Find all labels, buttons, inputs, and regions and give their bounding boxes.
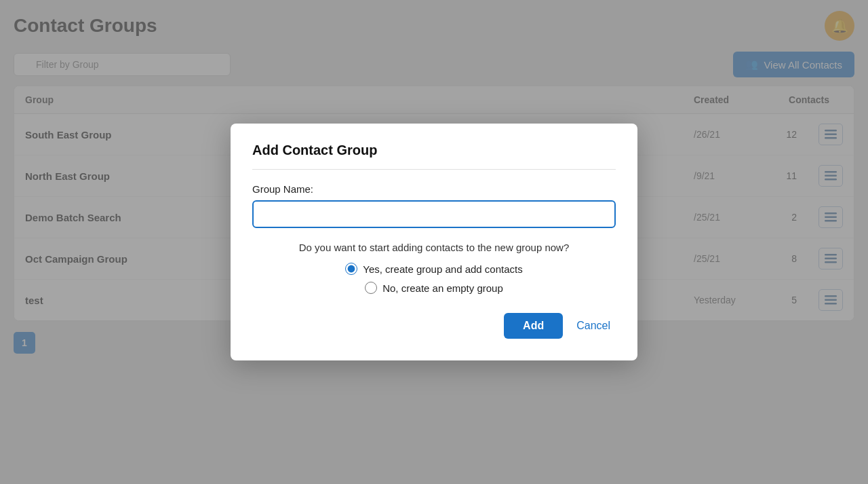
radio-no-input[interactable]: [365, 282, 377, 294]
modal-overlay: Add Contact Group Group Name: Do you wan…: [0, 0, 868, 484]
group-name-label: Group Name:: [252, 183, 616, 195]
add-button[interactable]: Add: [504, 313, 563, 339]
radio-yes-option[interactable]: Yes, create group and add contacts: [345, 263, 522, 275]
modal-actions: Add Cancel: [252, 313, 616, 339]
radio-yes-input[interactable]: [345, 263, 357, 275]
group-name-input[interactable]: [252, 200, 616, 228]
radio-yes-label: Yes, create group and add contacts: [363, 263, 522, 275]
radio-no-label: No, create an empty group: [382, 282, 503, 294]
cancel-button[interactable]: Cancel: [571, 313, 616, 339]
radio-options-group: Yes, create group and add contacts No, c…: [252, 263, 616, 294]
add-contact-group-modal: Add Contact Group Group Name: Do you wan…: [231, 124, 637, 360]
radio-no-option[interactable]: No, create an empty group: [365, 282, 503, 294]
modal-title: Add Contact Group: [252, 143, 616, 170]
add-contacts-question: Do you want to start adding contacts to …: [252, 242, 616, 253]
